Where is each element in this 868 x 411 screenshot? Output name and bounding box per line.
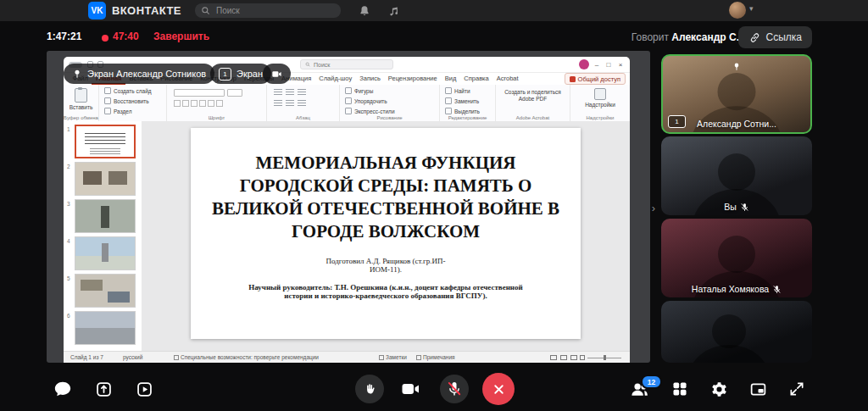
end-recording-button[interactable]: Завершить — [153, 31, 209, 42]
ribbon-group-editing: Найти Заменить Выделить Редактирование — [440, 85, 496, 121]
camera-icon — [400, 379, 420, 399]
notifications-button[interactable] — [358, 4, 371, 18]
participant-tile-natalia[interactable]: Наталья Хомякова — [661, 219, 812, 297]
slide-thumbnail-2[interactable] — [75, 162, 136, 196]
reset-button[interactable]: Восстановить — [104, 97, 166, 105]
normal-view-button[interactable] — [550, 355, 557, 360]
share-screen-button[interactable] — [93, 379, 114, 399]
shapes-label: Фигуры — [354, 88, 373, 94]
pin-icon — [72, 69, 82, 79]
arrange-button[interactable]: Упорядочить — [345, 97, 439, 105]
ppt-search-box[interactable]: Поиск — [300, 59, 393, 69]
participant-tile-alexander[interactable]: 1 Александр Сотни... — [661, 54, 812, 134]
music-button[interactable] — [387, 4, 400, 18]
grid-view-button[interactable] — [670, 379, 690, 399]
pinned-screen-chip[interactable]: Экран Александр Сотников — [64, 64, 214, 84]
close-icon[interactable]: × — [615, 61, 626, 69]
powerpoint-window: Поиск – □ × Файл Главная Вставка Рисован… — [64, 57, 630, 363]
screen-share-view[interactable]: Поиск – □ × Файл Главная Вставка Рисован… — [47, 51, 650, 363]
maximize-icon[interactable]: □ — [603, 61, 615, 69]
replace-icon — [445, 97, 452, 104]
chevron-down-icon[interactable]: ▾ — [749, 4, 754, 13]
bold-button[interactable] — [174, 100, 181, 107]
addins-icon — [594, 88, 606, 100]
participant-tile-you[interactable]: Вы — [661, 136, 812, 215]
align-left-button[interactable] — [274, 100, 282, 108]
language-indicator[interactable]: русский — [123, 354, 142, 360]
slideshow-view-button[interactable] — [580, 355, 585, 360]
italic-button[interactable] — [182, 100, 189, 107]
zoom-slider-knob[interactable] — [604, 355, 606, 360]
vk-logo-icon[interactable]: VK — [88, 2, 106, 19]
participant-silhouette — [661, 301, 812, 363]
find-button[interactable]: Найти — [445, 86, 495, 95]
tab-view[interactable]: Вид — [441, 73, 460, 85]
font-size-box[interactable] — [227, 89, 242, 97]
accessibility-status[interactable]: Специальные возможности: проверьте реком… — [174, 354, 319, 360]
reading-view-button[interactable] — [570, 355, 577, 360]
picture-in-picture-button[interactable] — [748, 379, 768, 399]
vk-logo-text[interactable]: ВКОНТАКТЕ — [112, 0, 181, 21]
new-slide-button[interactable]: Создать слайд — [104, 86, 166, 95]
current-slide[interactable]: МЕМОРИАЛЬНАЯ ФУНКЦИЯ ГОРОДСКОЙ СРЕДЫ: ПА… — [191, 128, 581, 339]
tab-slideshow[interactable]: Слайд-шоу — [315, 73, 356, 85]
text-shadow-button[interactable] — [208, 100, 214, 107]
slide-thumbnail-1[interactable] — [75, 125, 136, 158]
speaking-name: Александр С. — [671, 31, 739, 43]
sidebar-collapse-button[interactable]: › — [648, 197, 659, 219]
settings-button[interactable] — [709, 379, 729, 399]
user-avatar[interactable] — [729, 2, 746, 19]
copy-link-button[interactable]: Ссылка — [738, 26, 812, 48]
tab-acrobat[interactable]: Acrobat — [492, 73, 522, 85]
font-color-button[interactable] — [216, 100, 223, 107]
ppt-share-button[interactable]: Общий доступ — [565, 73, 626, 85]
slide-thumbnail-4[interactable] — [75, 236, 136, 270]
find-icon — [445, 87, 452, 94]
font-name-box[interactable] — [174, 89, 225, 97]
start-demo-button[interactable] — [134, 379, 154, 399]
addins-group-label: Надстройки — [570, 115, 630, 120]
strikethrough-button[interactable] — [199, 100, 206, 107]
new-slide-label: Создать слайд — [114, 88, 152, 94]
mic-toggle-button[interactable] — [440, 375, 469, 403]
numbering-button[interactable] — [286, 89, 294, 97]
tab-review[interactable]: Рецензирование — [384, 73, 441, 85]
addins-button[interactable]: Надстройки — [570, 88, 630, 108]
select-button[interactable]: Выделить — [445, 107, 495, 115]
slide-sorter-view-button[interactable] — [560, 355, 567, 360]
indent-button[interactable] — [298, 89, 306, 97]
thumbnail-number: 4 — [67, 238, 70, 244]
underline-button[interactable] — [191, 100, 198, 107]
replace-button[interactable]: Заменить — [445, 97, 495, 105]
end-call-button[interactable] — [482, 373, 515, 405]
shapes-button[interactable]: Фигуры — [345, 86, 439, 95]
slide-thumbnail-3[interactable] — [75, 199, 136, 233]
align-right-button[interactable] — [298, 100, 306, 108]
align-center-button[interactable] — [286, 100, 294, 108]
recording-dot-icon — [102, 35, 108, 42]
chat-button[interactable] — [53, 379, 73, 399]
quick-styles-button[interactable]: Экспресс-стили — [345, 107, 439, 115]
camera-toggle-button[interactable] — [398, 377, 422, 401]
participant-tile-4[interactable] — [661, 301, 812, 363]
tab-record[interactable]: Запись — [356, 73, 385, 85]
section-button[interactable]: Раздел — [104, 107, 166, 115]
minimize-icon[interactable]: – — [591, 61, 603, 69]
tab-help[interactable]: Справка — [460, 73, 492, 85]
vk-search-input[interactable] — [214, 5, 335, 16]
paste-button[interactable]: Вставить — [64, 88, 98, 110]
bullets-button[interactable] — [274, 89, 282, 97]
comments-button[interactable]: Примечания — [416, 354, 455, 360]
mic-off-icon — [772, 285, 782, 294]
vk-search[interactable] — [195, 3, 341, 18]
notes-button[interactable]: Заметки — [379, 354, 407, 360]
slide-thumbnail-5[interactable] — [75, 274, 136, 308]
fullscreen-button[interactable] — [787, 379, 807, 399]
reset-label: Восстановить — [114, 98, 149, 104]
raise-hand-button[interactable] — [355, 375, 384, 403]
create-pdf-button[interactable]: Создать и поделиться Adobe PDF — [503, 89, 563, 103]
ppt-account-avatar[interactable] — [579, 59, 589, 69]
camera-view-chip[interactable] — [263, 64, 291, 84]
thumbnail-number: 1 — [67, 126, 70, 132]
slide-thumbnail-6[interactable] — [75, 311, 136, 345]
